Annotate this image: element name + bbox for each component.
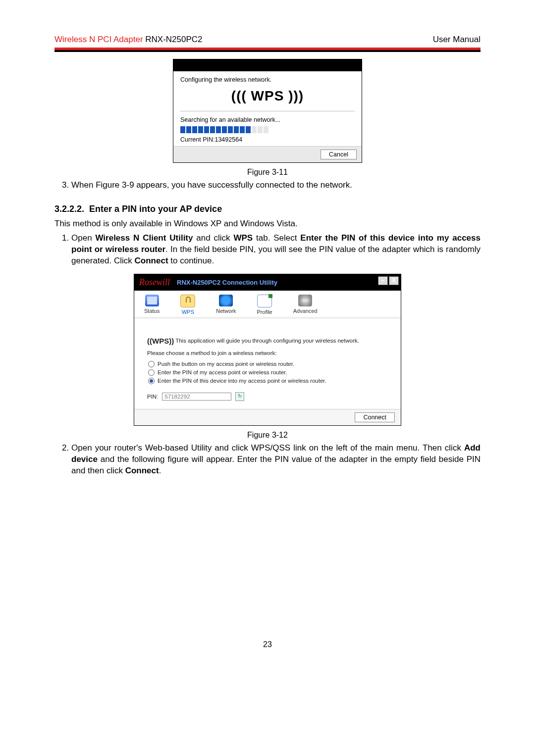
tab-wps[interactable]: WPS: [180, 295, 195, 315]
section-intro: This method is only available in Windows…: [54, 218, 481, 230]
tab-profile-label: Profile: [257, 309, 272, 315]
wps-progress-dialog: Configuring the wireless network. ((( WP…: [173, 59, 362, 163]
radio-icon: [148, 361, 155, 367]
page-number: 23: [54, 640, 481, 649]
radio-option-enter-device-pin[interactable]: Enter the PIN of this device into my acc…: [148, 378, 388, 384]
divider: [180, 111, 355, 111]
product-name-red: Wireless N PCI Adapter: [54, 35, 143, 44]
tab-status[interactable]: Status: [144, 295, 160, 315]
radio-icon: [148, 378, 155, 384]
tab-network[interactable]: Network: [216, 295, 236, 315]
close-button[interactable]: X: [389, 276, 399, 285]
config-status-line: Configuring the wireless network.: [180, 76, 355, 83]
pin-input[interactable]: [162, 393, 231, 401]
radio-label: Enter the PIN of my access point or wire…: [158, 369, 287, 375]
step-1: Open Wireless N Client Utility and click…: [71, 233, 481, 267]
figure-caption-2: Figure 3-12: [54, 431, 481, 440]
progress-bar: [180, 126, 355, 133]
tab-status-label: Status: [144, 308, 160, 314]
figure-caption-1: Figure 3-11: [54, 168, 481, 177]
section-title: Enter a PIN into your AP device: [89, 204, 222, 214]
brand-logo: Rosewill: [139, 277, 170, 288]
step-3-text: When Figure 3-9 appears, you have succes…: [71, 180, 481, 191]
tab-advanced-label: Advanced: [293, 308, 318, 314]
header-left: Wireless N PCI Adapter RNX-N250PC2: [54, 35, 203, 45]
radio-label: Enter the PIN of this device into my acc…: [158, 378, 326, 384]
radio-label: Push the button on my access point or wi…: [158, 361, 294, 367]
globe-icon: [219, 295, 233, 306]
profile-icon: [257, 295, 272, 307]
util-tabs: Status WPS Network Profile Advanced: [134, 291, 401, 319]
wps-intro-text: This application will guide you through …: [175, 337, 359, 343]
connect-button[interactable]: Connect: [355, 412, 395, 422]
header-right: User Manual: [433, 35, 481, 45]
tab-profile[interactable]: Profile: [257, 295, 272, 315]
product-model: RNX-N250PC2: [143, 35, 203, 44]
dialog-titlebar: [173, 59, 362, 71]
tab-advanced[interactable]: Advanced: [293, 295, 318, 315]
tab-network-label: Network: [216, 308, 236, 314]
util-titlebar: Rosewill RNX-N250PC2 Connection Utility …: [134, 274, 401, 291]
connection-utility-window: Rosewill RNX-N250PC2 Connection Utility …: [134, 274, 401, 426]
util-title: RNX-N250PC2 Connection Utility: [177, 279, 277, 286]
radio-option-push[interactable]: Push the button on my access point or wi…: [148, 361, 388, 367]
choose-prompt: Please choose a method to join a wireles…: [147, 350, 388, 356]
section-number: 3.2.2.2.: [54, 204, 84, 214]
current-pin-line: Current PIN:13492564: [180, 136, 355, 143]
page-header: Wireless N PCI Adapter RNX-N250PC2 User …: [54, 35, 481, 48]
wps-mini-logo: ((WPS)): [147, 337, 174, 345]
status-icon: [145, 295, 159, 306]
gear-icon: [298, 295, 312, 306]
lock-icon: [180, 295, 195, 307]
radio-icon: [148, 369, 155, 376]
tab-wps-label: WPS: [180, 309, 195, 315]
cancel-button[interactable]: Cancel: [321, 150, 357, 159]
header-rule-black: [54, 50, 481, 52]
step-2: Open your router's Web-based Utility and…: [71, 443, 481, 477]
refresh-pin-button[interactable]: ↻: [235, 392, 244, 401]
pin-label: PIN:: [147, 394, 158, 400]
search-status-line: Searching for an available network...: [180, 116, 355, 123]
section-heading: 3.2.2.2. Enter a PIN into your AP device: [54, 204, 481, 214]
wps-logo: ((( WPS ))): [180, 83, 355, 111]
minimize-button[interactable]: –: [378, 276, 388, 285]
wps-intro: ((WPS)) This application will guide you …: [147, 337, 388, 345]
radio-option-enter-ap-pin[interactable]: Enter the PIN of my access point or wire…: [148, 369, 388, 376]
